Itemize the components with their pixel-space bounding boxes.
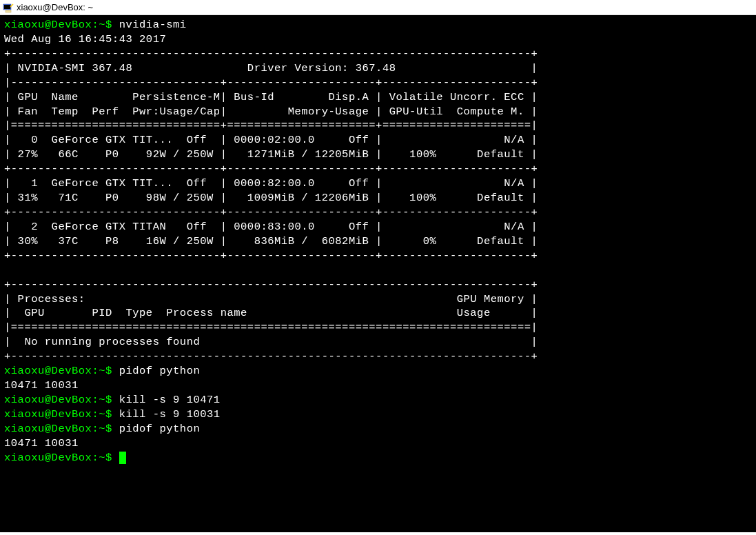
sep: |===============================+=======… — [4, 119, 752, 133]
gpu1-row2: | 31% 71C P0 98W / 250W | 1009MiB / 1220… — [4, 191, 752, 205]
command-nvidia-smi: nvidia-smi — [119, 19, 187, 31]
putty-icon — [3, 2, 14, 13]
gpu0-row1: | 0 GeForce GTX TIT... Off | 0000:02:00.… — [4, 133, 752, 148]
gpu1-row1: | 1 GeForce GTX TIT... Off | 0000:82:00.… — [4, 176, 752, 191]
shell-prompt: xiaoxu@DevBox:~$ — [4, 423, 119, 435]
blank — [4, 263, 752, 278]
command-kill1: kill -s 9 10471 — [119, 394, 221, 406]
pids-output-2: 10471 10031 — [4, 436, 752, 451]
terminal-output[interactable]: xiaoxu@DevBox:~$ nvidia-smiWed Aug 16 16… — [0, 15, 756, 532]
window-title: xiaoxu@DevBox: ~ — [17, 1, 93, 14]
pids-output: 10471 10031 — [4, 378, 752, 393]
shell-prompt: xiaoxu@DevBox:~$ — [4, 19, 119, 31]
sep: +---------------------------------------… — [4, 47, 752, 61]
command-pidof: pidof python — [119, 365, 201, 377]
gpu2-row1: | 2 GeForce GTX TITAN Off | 0000:83:00.0… — [4, 220, 752, 234]
nvidia-timestamp: Wed Aug 16 16:45:43 2017 — [4, 32, 752, 47]
shell-prompt: xiaoxu@DevBox:~$ — [4, 394, 119, 406]
gpu2-row2: | 30% 37C P8 16W / 250W | 836MiB / 6082M… — [4, 234, 752, 249]
shell-prompt: xiaoxu@DevBox:~$ — [4, 452, 119, 464]
nvidia-version-line: | NVIDIA-SMI 367.48 Driver Version: 367.… — [4, 61, 752, 76]
proc-header: | Processes: GPU Memory | — [4, 292, 752, 307]
gpu0-row2: | 27% 66C P0 92W / 250W | 1271MiB / 1220… — [4, 148, 752, 162]
svg-rect-2 — [6, 10, 11, 12]
sep: |-------------------------------+-------… — [4, 76, 752, 90]
nvidia-header-2: | Fan Temp Perf Pwr:Usage/Cap| Memory-Us… — [4, 105, 752, 119]
sep: |=======================================… — [4, 321, 752, 335]
command-pidof-2: pidof python — [119, 423, 201, 435]
proc-none: | No running processes found | — [4, 335, 752, 350]
sep: +-------------------------------+-------… — [4, 205, 752, 220]
proc-subheader: | GPU PID Type Process name Usage | — [4, 306, 752, 321]
sep: +-------------------------------+-------… — [4, 162, 752, 176]
sep: +---------------------------------------… — [4, 350, 752, 364]
sep: +---------------------------------------… — [4, 278, 752, 292]
shell-prompt: xiaoxu@DevBox:~$ — [4, 408, 119, 421]
shell-prompt: xiaoxu@DevBox:~$ — [4, 365, 119, 377]
command-kill2: kill -s 9 10031 — [119, 408, 221, 421]
terminal-cursor[interactable] — [119, 452, 126, 464]
nvidia-header-1: | GPU Name Persistence-M| Bus-Id Disp.A … — [4, 90, 752, 105]
sep: +-------------------------------+-------… — [4, 249, 752, 263]
window-titlebar: xiaoxu@DevBox: ~ — [0, 0, 756, 15]
svg-rect-1 — [4, 5, 10, 9]
